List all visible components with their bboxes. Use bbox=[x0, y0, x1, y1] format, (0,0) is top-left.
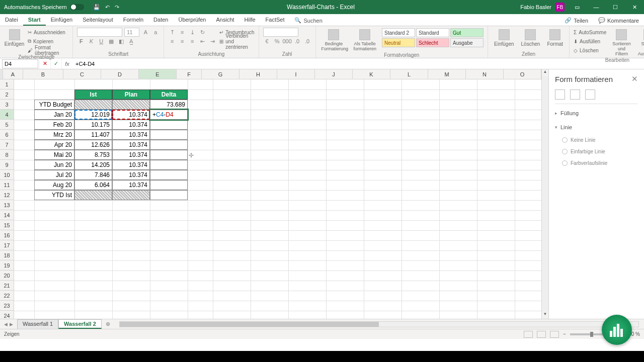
row-header[interactable]: 4 bbox=[0, 110, 14, 120]
ribbon-tab-datei[interactable]: Datei bbox=[0, 15, 23, 26]
font-color-icon[interactable]: A̲ bbox=[127, 37, 135, 45]
find-select-button[interactable]: Suchen und Auswählen bbox=[637, 28, 644, 57]
cell[interactable] bbox=[74, 100, 112, 110]
formula-input[interactable]: +C4-D4 bbox=[72, 59, 644, 68]
row-header[interactable]: 20 bbox=[0, 270, 14, 281]
cell[interactable]: 12.019 bbox=[74, 110, 112, 120]
cell[interactable]: YTD Budget bbox=[34, 100, 74, 110]
page-break-view-icon[interactable] bbox=[550, 331, 559, 338]
indent-inc-icon[interactable]: ⇥ bbox=[208, 37, 216, 45]
percent-icon[interactable]: % bbox=[273, 37, 281, 45]
italic-icon[interactable]: K bbox=[87, 37, 95, 45]
comments-button[interactable]: 💬 Kommentare bbox=[593, 15, 644, 26]
number-format-select[interactable] bbox=[263, 28, 298, 37]
effects-tab-icon[interactable] bbox=[570, 89, 580, 100]
align-right-icon[interactable]: ≡ bbox=[188, 37, 196, 45]
normal-view-icon[interactable] bbox=[524, 331, 533, 338]
cell[interactable]: 10.374 bbox=[112, 130, 150, 140]
cell[interactable] bbox=[150, 180, 188, 190]
ribbon-tab-hilfe[interactable]: Hilfe bbox=[239, 15, 261, 26]
format-as-table-button[interactable]: Als Tabelle formatieren bbox=[351, 28, 379, 52]
col-header[interactable]: J bbox=[315, 69, 353, 79]
horizontal-scrollbar[interactable] bbox=[119, 321, 639, 327]
row-header[interactable]: 22 bbox=[0, 291, 14, 301]
cancel-edit-icon[interactable]: ✕ bbox=[39, 59, 50, 69]
section-fill[interactable]: Füllung bbox=[555, 108, 638, 118]
autosum-button[interactable]: Σ AutoSumme bbox=[574, 28, 606, 36]
underline-icon[interactable]: U bbox=[97, 37, 105, 45]
cell[interactable]: 10.374 bbox=[112, 140, 150, 150]
redo-icon[interactable]: ↷ bbox=[115, 4, 119, 11]
decrease-decimal-icon[interactable]: .0 bbox=[303, 37, 311, 45]
row-header[interactable]: 24 bbox=[0, 311, 14, 319]
user-area[interactable]: Fabio Basler FB bbox=[517, 3, 568, 12]
border-icon[interactable]: ▦ bbox=[107, 37, 115, 45]
fx-icon[interactable]: fx bbox=[61, 59, 72, 69]
col-header[interactable]: E bbox=[139, 69, 177, 79]
cell[interactable] bbox=[150, 160, 188, 170]
col-header[interactable]: M bbox=[428, 69, 466, 79]
cell[interactable]: Mai 20 bbox=[34, 150, 74, 160]
autosave-toggle[interactable] bbox=[70, 4, 84, 10]
accept-edit-icon[interactable]: ✓ bbox=[50, 59, 61, 69]
cell[interactable]: 6.064 bbox=[74, 180, 112, 190]
save-icon[interactable]: 💾 bbox=[93, 4, 100, 11]
orientation-icon[interactable]: ↻ bbox=[198, 28, 206, 36]
row-header[interactable]: 11 bbox=[0, 180, 14, 190]
row-header[interactable]: 21 bbox=[0, 281, 14, 291]
decrease-font-icon[interactable]: a bbox=[151, 28, 159, 36]
cell[interactable]: 14.205 bbox=[74, 160, 112, 170]
add-sheet-icon[interactable]: ⊕ bbox=[102, 321, 114, 327]
clear-button[interactable]: ◇ Löschen bbox=[574, 46, 606, 54]
cell[interactable] bbox=[74, 190, 112, 200]
name-box[interactable]: D4 bbox=[2, 59, 38, 68]
row-header[interactable]: 14 bbox=[0, 210, 14, 220]
ribbon-tab-einfügen[interactable]: Einfügen bbox=[46, 15, 77, 26]
row-header[interactable]: 15 bbox=[0, 220, 14, 230]
row-header[interactable]: 17 bbox=[0, 240, 14, 250]
insert-cells-button[interactable]: Einfügen bbox=[492, 28, 516, 48]
col-header[interactable]: D bbox=[101, 69, 139, 79]
row-header[interactable]: 18 bbox=[0, 250, 14, 260]
fill-color-icon[interactable]: ◧ bbox=[117, 37, 125, 45]
sheet-tab[interactable]: Wasserfall 2 bbox=[58, 319, 102, 329]
cell[interactable] bbox=[150, 170, 188, 180]
cell[interactable]: 11.407 bbox=[74, 130, 112, 140]
cell[interactable] bbox=[150, 130, 188, 140]
col-header[interactable]: F bbox=[177, 69, 202, 79]
panel-close-icon[interactable]: ✕ bbox=[631, 74, 638, 83]
minimize-icon[interactable]: — bbox=[587, 0, 606, 14]
col-header[interactable]: G bbox=[202, 69, 239, 79]
cell[interactable]: Delta bbox=[150, 89, 188, 100]
cell[interactable]: Apr 20 bbox=[34, 140, 74, 150]
row-header[interactable]: 8 bbox=[0, 150, 14, 160]
sheet-tab[interactable]: Wasserfall 1 bbox=[17, 319, 58, 329]
cell[interactable] bbox=[150, 120, 188, 130]
ribbon-tab-factset[interactable]: FactSet bbox=[261, 15, 290, 26]
style-neutral[interactable]: Neutral bbox=[382, 38, 415, 47]
row-header[interactable]: 13 bbox=[0, 200, 14, 210]
col-header[interactable]: K bbox=[353, 69, 390, 79]
cell[interactable] bbox=[112, 100, 150, 110]
format-painter-button[interactable]: 🖌 Format übertragen bbox=[28, 46, 68, 54]
ribbon-tab-formeln[interactable]: Formeln bbox=[118, 15, 148, 26]
cell[interactable]: 10.374 bbox=[112, 180, 150, 190]
cell[interactable]: Jun 20 bbox=[34, 160, 74, 170]
cell[interactable]: 10.374 bbox=[112, 150, 150, 160]
ribbon-tab-seitenlayout[interactable]: Seitenlayout bbox=[77, 15, 118, 26]
col-header[interactable]: I bbox=[277, 69, 315, 79]
cell[interactable]: Aug 20 bbox=[34, 180, 74, 190]
section-line[interactable]: Linie bbox=[555, 122, 638, 132]
cell[interactable]: 73.689 bbox=[150, 100, 188, 110]
style-schlecht[interactable]: Schlecht bbox=[416, 38, 449, 47]
row-header[interactable]: 2 bbox=[0, 89, 14, 100]
sheet-nav[interactable]: ◀▶ bbox=[0, 322, 17, 327]
row-header[interactable]: 5 bbox=[0, 120, 14, 130]
cell[interactable]: 12.626 bbox=[74, 140, 112, 150]
style-standard2[interactable]: Standard 2 bbox=[382, 28, 415, 37]
row-header[interactable]: 9 bbox=[0, 160, 14, 170]
bold-icon[interactable]: F bbox=[77, 37, 85, 45]
row-headers[interactable]: 123456789101112131415161718192021222324 bbox=[0, 79, 14, 319]
cell-styles-gallery[interactable]: Standard 2 Standard Gut Neutral Schlecht… bbox=[382, 28, 484, 47]
style-gut[interactable]: Gut bbox=[450, 28, 484, 37]
